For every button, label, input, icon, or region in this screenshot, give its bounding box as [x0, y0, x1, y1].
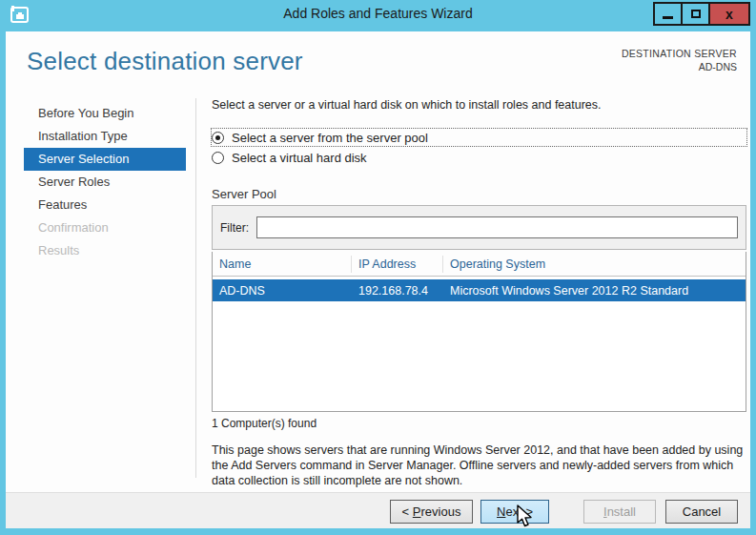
window-controls: x [655, 2, 750, 26]
table-header-row: Name IP Address Operating System [213, 252, 746, 277]
install-button: Install [583, 500, 656, 524]
computers-found-text: 1 Computer(s) found [212, 417, 746, 430]
maximize-icon [691, 10, 701, 18]
sidebar-item-features[interactable]: Features [24, 194, 186, 216]
cell-ip-address: 192.168.78.4 [352, 284, 443, 298]
column-header-operating-system[interactable]: Operating System [443, 256, 744, 273]
radio-icon [212, 132, 224, 144]
minimize-icon [663, 16, 673, 19]
previous-button[interactable]: < Previous [390, 500, 473, 524]
cancel-button[interactable]: Cancel [665, 500, 738, 524]
radio-select-server-pool[interactable]: Select a server from the server pool [212, 129, 746, 146]
sidebar-divider [195, 98, 196, 478]
radio-select-virtual-hard-disk[interactable]: Select a virtual hard disk [212, 149, 746, 166]
main-pane: Select a server or a virtual hard disk o… [212, 98, 746, 488]
titlebar: Add Roles and Features Wizard x [0, 0, 756, 31]
intro-text: Select a server or a virtual hard disk o… [212, 98, 746, 112]
column-header-name[interactable]: Name [213, 256, 352, 273]
window-title: Add Roles and Features Wizard [0, 6, 756, 21]
destination-server-name: AD-DNS [622, 61, 737, 72]
radio-label: Select a virtual hard disk [232, 151, 367, 165]
sidebar-item-installation-type[interactable]: Installation Type [24, 125, 186, 148]
wizard-steps-sidebar: Before You Begin Installation Type Serve… [24, 102, 186, 262]
next-button[interactable]: Next > [480, 500, 549, 524]
sidebar-item-before-you-begin[interactable]: Before You Begin [24, 102, 186, 125]
minimize-button[interactable] [653, 2, 683, 26]
radio-icon [212, 152, 224, 164]
column-header-ip-address[interactable]: IP Address [352, 256, 443, 273]
page-description: This page shows servers that are running… [212, 442, 746, 488]
destination-block: DESTINATION SERVER AD-DNS [622, 48, 737, 72]
page-title: Select destination server [27, 47, 303, 76]
destination-label: DESTINATION SERVER [622, 48, 737, 59]
close-button[interactable]: x [708, 2, 750, 26]
filter-box: Filter: [212, 205, 746, 250]
footer-bar: < Previous Next > Install Cancel [6, 492, 750, 528]
close-icon: x [725, 8, 733, 21]
sidebar-item-server-roles[interactable]: Server Roles [24, 171, 186, 194]
filter-input[interactable] [256, 216, 738, 238]
radio-label: Select a server from the server pool [232, 131, 428, 145]
sidebar-item-server-selection[interactable]: Server Selection [24, 148, 186, 171]
sidebar-item-confirmation: Confirmation [24, 216, 186, 239]
client-area: Select destination server DESTINATION SE… [6, 31, 750, 528]
wizard-window: Add Roles and Features Wizard x Select d… [0, 0, 756, 535]
server-pool-title: Server Pool [212, 187, 746, 201]
server-pool-table: Name IP Address Operating System AD-DNS … [212, 252, 746, 412]
cell-operating-system: Microsoft Windows Server 2012 R2 Standar… [443, 284, 744, 298]
sidebar-item-results: Results [24, 239, 186, 262]
table-row[interactable]: AD-DNS 192.168.78.4 Microsoft Windows Se… [213, 279, 746, 301]
filter-label: Filter: [220, 221, 249, 235]
cell-name: AD-DNS [213, 284, 352, 298]
maximize-button[interactable] [681, 2, 710, 26]
